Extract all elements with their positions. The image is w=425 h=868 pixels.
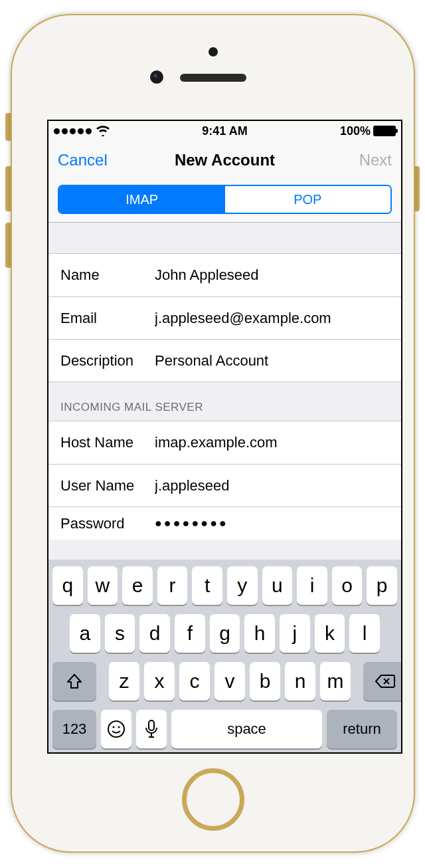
password-label: Password [60,515,155,532]
incoming-server-header: INCOMING MAIL SERVER [48,382,401,421]
emoji-icon [107,720,126,738]
svg-point-2 [118,726,120,728]
key-o[interactable]: o [332,566,363,605]
account-info-group: Name Email Description [48,253,401,382]
row-description: Description [48,339,401,381]
key-m[interactable]: m [320,662,351,701]
key-f[interactable]: f [175,614,205,653]
signal-strength-icon [54,128,92,134]
key-x[interactable]: x [144,662,175,701]
tab-imap[interactable]: IMAP [59,186,225,213]
key-p[interactable]: p [367,566,397,605]
shift-icon [66,673,83,690]
wifi-icon [96,126,110,136]
key-k[interactable]: k [315,614,345,653]
user-name-label: User Name [60,477,155,494]
section-gap [48,223,401,253]
key-l[interactable]: l [349,614,380,653]
microphone-icon [145,720,157,738]
key-u[interactable]: u [262,566,293,605]
key-s[interactable]: s [105,614,135,653]
key-v[interactable]: v [214,662,245,701]
host-name-field[interactable] [155,434,389,451]
battery-icon [373,126,396,136]
key-e[interactable]: e [122,566,153,605]
phone-frame: 9:41 AM 100% Cancel New Account Next IMA… [11,14,415,853]
battery-percentage: 100% [340,124,371,138]
description-field[interactable] [155,352,389,370]
description-label: Description [60,352,155,370]
key-backspace[interactable] [363,662,402,701]
user-name-field[interactable] [155,477,389,494]
key-n[interactable]: n [285,662,315,701]
svg-rect-3 [149,720,154,730]
row-name: Name [48,254,401,296]
key-dictation[interactable] [136,710,167,748]
keyboard-row-1: q w e r t y u i o p [52,566,397,605]
row-password: Password ●●●●●●●● [48,506,401,540]
key-d[interactable]: d [139,614,170,653]
home-button[interactable] [182,768,244,831]
key-numbers[interactable]: 123 [52,710,96,748]
key-return[interactable]: return [327,710,397,748]
key-z[interactable]: z [109,662,139,701]
key-r[interactable]: r [157,566,188,605]
key-shift[interactable] [52,662,96,701]
keyboard-row-3: z x c v b n m [52,662,397,701]
row-email: Email [48,296,401,339]
key-q[interactable]: q [52,566,83,605]
svg-point-0 [108,721,124,737]
page-title: New Account [175,151,275,169]
name-label: Name [60,267,155,284]
cancel-button[interactable]: Cancel [58,151,108,169]
proximity-sensor [209,47,218,56]
key-g[interactable]: g [210,614,240,653]
keyboard-row-2: a s d f g h j k l [52,614,397,653]
key-space[interactable]: space [171,710,322,748]
row-host-name: Host Name [48,421,401,464]
status-bar: 9:41 AM 100% [48,121,401,141]
key-emoji[interactable] [101,710,131,748]
key-b[interactable]: b [250,662,280,701]
key-c[interactable]: c [179,662,210,701]
name-field[interactable] [155,267,389,284]
email-label: Email [60,310,155,327]
host-name-label: Host Name [60,434,155,451]
key-a[interactable]: a [70,614,100,653]
key-t[interactable]: t [192,566,222,605]
key-i[interactable]: i [297,566,327,605]
email-field[interactable] [155,310,389,327]
backspace-icon [375,674,395,689]
screen: 9:41 AM 100% Cancel New Account Next IMA… [47,120,402,754]
keyboard: q w e r t y u i o p a s d f g h j k l [48,560,401,752]
protocol-segmented-control: IMAP POP [48,179,401,223]
key-w[interactable]: w [88,566,118,605]
password-field[interactable]: ●●●●●●●● [155,516,389,530]
status-time: 9:41 AM [202,124,247,138]
front-camera [150,70,163,84]
tab-pop[interactable]: POP [225,186,391,213]
earpiece-speaker [180,74,246,82]
key-j[interactable]: j [280,614,310,653]
incoming-server-group: Host Name User Name Password ●●●●●●●● [48,421,401,540]
next-button[interactable]: Next [359,151,392,169]
nav-bar: Cancel New Account Next [48,141,401,179]
key-y[interactable]: y [227,566,258,605]
key-h[interactable]: h [244,614,275,653]
svg-point-1 [113,726,115,728]
keyboard-row-4: 123 space return [52,710,397,748]
row-user-name: User Name [48,464,401,506]
